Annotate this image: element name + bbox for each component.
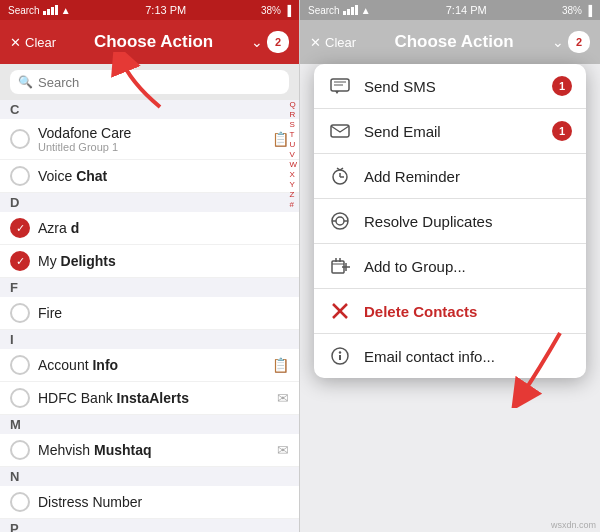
- delete-icon: [328, 299, 352, 323]
- time-left: 7:13 PM: [145, 4, 186, 16]
- reminder-icon: [328, 164, 352, 188]
- email-icon-hdfc: ✉: [277, 390, 289, 406]
- rbar2: [347, 9, 350, 15]
- checkbox-mydelights[interactable]: [10, 251, 30, 271]
- x-icon-left: ✕: [10, 35, 21, 50]
- menu-badge-send-sms: 1: [552, 76, 572, 96]
- list-item[interactable]: Distress Number: [0, 486, 299, 519]
- contact-name-hdfc: HDFC Bank InstaAlerts: [38, 390, 269, 406]
- bar4: [55, 5, 58, 15]
- section-p: P: [0, 519, 299, 532]
- chevron-down-icon-right[interactable]: ⌄: [552, 34, 564, 50]
- checkbox-vodafone[interactable]: [10, 129, 30, 149]
- sim-icon-vodafone: 📋: [272, 131, 289, 147]
- chevron-down-icon-left[interactable]: ⌄: [251, 34, 263, 50]
- menu-label-resolve-duplicates: Resolve Duplicates: [364, 213, 572, 230]
- svg-rect-4: [331, 125, 349, 137]
- info-icon: [328, 344, 352, 368]
- section-i: I: [0, 330, 299, 349]
- selected-badge-right: 2: [568, 31, 590, 53]
- menu-item-add-to-group[interactable]: Add to Group...: [314, 244, 586, 289]
- contact-sub-vodafone: Untitled Group 1: [38, 141, 264, 153]
- index-bar-left: Q R S T U V W X Y Z #: [289, 100, 297, 209]
- contacts-list-left: C Vodafone Care Untitled Group 1 📋 Voice…: [0, 100, 299, 532]
- section-f: F: [0, 278, 299, 297]
- selected-count-left: 2: [275, 36, 281, 48]
- battery-icon-right: ▐: [585, 5, 592, 16]
- clear-button-left[interactable]: ✕ Clear: [10, 35, 56, 50]
- status-left-right: Search ▲: [308, 5, 371, 16]
- menu-item-send-sms[interactable]: Send SMS 1: [314, 64, 586, 109]
- list-item[interactable]: Fire: [0, 297, 299, 330]
- clear-label-right: Clear: [325, 35, 356, 50]
- carrier-right: Search: [308, 5, 340, 16]
- right-panel: Search ▲ 7:14 PM 38% ▐ ✕ Clear Choose Ac…: [300, 0, 600, 532]
- checkbox-fire[interactable]: [10, 303, 30, 323]
- clear-button-right[interactable]: ✕ Clear: [310, 35, 356, 50]
- section-n: N: [0, 467, 299, 486]
- status-left: Search ▲: [8, 5, 71, 16]
- menu-item-send-email[interactable]: Send Email 1: [314, 109, 586, 154]
- rbar3: [351, 7, 354, 15]
- time-right: 7:14 PM: [446, 4, 487, 16]
- bar3: [51, 7, 54, 15]
- status-bar-right: Search ▲ 7:14 PM 38% ▐: [300, 0, 600, 20]
- list-item[interactable]: Vodafone Care Untitled Group 1 📋: [0, 119, 299, 160]
- signal-bars-left: [43, 5, 58, 15]
- svg-point-11: [336, 217, 344, 225]
- list-item[interactable]: Voice Chat: [0, 160, 299, 193]
- checkbox-accountinfo[interactable]: [10, 355, 30, 375]
- email-icon: [328, 119, 352, 143]
- menu-label-add-to-group: Add to Group...: [364, 258, 572, 275]
- contact-name-accountinfo: Account Info: [38, 357, 264, 373]
- header-title-left: Choose Action: [56, 32, 251, 52]
- menu-item-add-reminder[interactable]: Add Reminder: [314, 154, 586, 199]
- contact-name-vodafone: Vodafone Care: [38, 125, 264, 141]
- search-bar-left: 🔍: [0, 64, 299, 100]
- menu-label-email-contact-info: Email contact info...: [364, 348, 572, 365]
- checkbox-hdfc[interactable]: [10, 388, 30, 408]
- header-left: ✕ Clear Choose Action ⌄ 2: [0, 20, 299, 64]
- search-input-wrap-left[interactable]: 🔍: [10, 70, 289, 94]
- sim-icon-account: 📋: [272, 357, 289, 373]
- menu-item-resolve-duplicates[interactable]: Resolve Duplicates: [314, 199, 586, 244]
- header-right-right: ⌄ 2: [552, 31, 590, 53]
- sms-icon: [328, 74, 352, 98]
- menu-item-delete-contacts[interactable]: Delete Contacts: [314, 289, 586, 334]
- menu-item-email-contact-info[interactable]: Email contact info...: [314, 334, 586, 378]
- search-input-left[interactable]: [38, 75, 281, 90]
- group-icon: [328, 254, 352, 278]
- wifi-icon: ▲: [61, 5, 71, 16]
- battery-icon-left: ▐: [284, 5, 291, 16]
- search-icon-left: 🔍: [18, 75, 33, 89]
- header-title-right: Choose Action: [356, 32, 552, 52]
- status-right-right: 38% ▐: [562, 5, 592, 16]
- contact-name-fire: Fire: [38, 305, 289, 321]
- list-item[interactable]: HDFC Bank InstaAlerts ✉: [0, 382, 299, 415]
- menu-label-send-email: Send Email: [364, 123, 540, 140]
- checkbox-distress[interactable]: [10, 492, 30, 512]
- contact-name-voice: Voice Chat: [38, 168, 289, 184]
- email-icon-mehvish: ✉: [277, 442, 289, 458]
- checkbox-mehvish[interactable]: [10, 440, 30, 460]
- list-item[interactable]: Mehvish Mushtaq ✉: [0, 434, 299, 467]
- selected-count-right: 2: [576, 36, 582, 48]
- clear-label-left: Clear: [25, 35, 56, 50]
- wifi-icon-right: ▲: [361, 5, 371, 16]
- left-panel: Search ▲ 7:13 PM 38% ▐ ✕ Clear Choose Ac…: [0, 0, 300, 532]
- checkbox-azra[interactable]: [10, 218, 30, 238]
- section-d: D: [0, 193, 299, 212]
- checkbox-voice[interactable]: [10, 166, 30, 186]
- bar1: [43, 11, 46, 15]
- contact-name-mehvish: Mehvish Mushtaq: [38, 442, 269, 458]
- list-item[interactable]: Account Info 📋: [0, 349, 299, 382]
- section-c: C: [0, 100, 299, 119]
- menu-label-add-reminder: Add Reminder: [364, 168, 572, 185]
- list-item[interactable]: My Delights: [0, 245, 299, 278]
- header-right: ✕ Clear Choose Action ⌄ 2: [300, 20, 600, 64]
- list-item[interactable]: Azra d: [0, 212, 299, 245]
- rbar1: [343, 11, 346, 15]
- selected-badge-left: 2: [267, 31, 289, 53]
- rbar4: [355, 5, 358, 15]
- watermark: wsxdn.com: [551, 520, 596, 530]
